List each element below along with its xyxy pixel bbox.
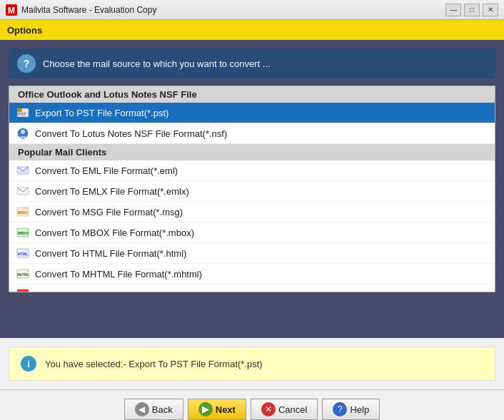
list-item[interactable]: MSG Convert To MSG File Format(*.msg) <box>9 202 495 222</box>
list-item[interactable]: Convert To Lotus Notes NSF File Format(*… <box>9 123 495 144</box>
group2-header: Popular Mail Clients <box>9 144 495 160</box>
pst-icon: PST <box>16 106 29 119</box>
close-button[interactable]: ✕ <box>483 4 498 16</box>
pdf-label: Convert To PDF File Format(*.pdf) <box>35 290 176 293</box>
cancel-label: Cancel <box>278 404 307 415</box>
selection-info-text: You have selected:- Export To PST File F… <box>45 359 263 369</box>
title-controls: — □ ✕ <box>445 4 498 16</box>
minimize-button[interactable]: — <box>445 4 461 16</box>
eml-label: Convert To EML File Format(*.eml) <box>35 165 178 176</box>
eml-icon <box>16 164 29 177</box>
list-item[interactable]: MBOX Convert To MBOX File Format(*.mbox) <box>9 222 495 243</box>
list-item[interactable]: PDF Convert To PDF File Format(*.pdf) <box>9 285 495 292</box>
pst-label: Export To PST File Format(*.pst) <box>35 108 168 118</box>
nsf-label: Convert To Lotus Notes NSF File Format(*… <box>35 128 227 139</box>
svg-text:MSG: MSG <box>18 210 28 215</box>
options-bar: Options <box>0 20 504 40</box>
help-label: Help <box>350 404 369 415</box>
main-content: ? Choose the mail source to which you wa… <box>0 40 504 338</box>
emlx-label: Convert To EMLX File Format(*.emlx) <box>35 186 189 197</box>
list-item[interactable]: Convert To EMLX File Format(*.emlx) <box>9 181 495 202</box>
mhtml-label: Convert To MHTML File Format(*.mhtml) <box>35 269 202 280</box>
window-title: Mailvita Software - Evaluation Copy <box>21 5 156 15</box>
group1-header: Office Outlook and Lotus Notes NSF File <box>9 86 495 103</box>
msg-label: Convert To MSG File Format(*.msg) <box>35 207 183 217</box>
format-list[interactable]: Office Outlook and Lotus Notes NSF File … <box>9 86 495 292</box>
bottom-bar: ◀ Back ▶ Next ✕ Cancel ? Help <box>0 389 504 420</box>
msg-icon: MSG <box>16 205 29 218</box>
title-bar: M Mailvita Software - Evaluation Copy — … <box>0 0 504 20</box>
svg-text:MBOX: MBOX <box>18 231 29 235</box>
selection-info: i You have selected:- Export To PST File… <box>9 347 495 381</box>
next-icon: ▶ <box>198 402 213 416</box>
maximize-button[interactable]: □ <box>464 4 480 16</box>
info-banner-text: Choose the mail source to which you want… <box>43 58 271 69</box>
svg-text:PST: PST <box>18 112 26 116</box>
svg-rect-17 <box>17 290 29 292</box>
mbox-label: Convert To MBOX File Format(*.mbox) <box>35 227 194 238</box>
list-item[interactable]: MHTML Convert To MHTML File Format(*.mht… <box>9 264 495 285</box>
next-label: Next <box>216 404 236 415</box>
cancel-icon: ✕ <box>261 402 276 416</box>
list-item[interactable]: Convert To EML File Format(*.eml) <box>9 160 495 181</box>
options-label: Options <box>7 25 42 36</box>
emlx-icon <box>16 185 29 198</box>
list-item[interactable]: PST Export To PST File Format(*.pst) <box>9 103 495 123</box>
help-icon: ? <box>333 402 347 416</box>
svg-text:M: M <box>8 6 15 16</box>
info-banner: ? Choose the mail source to which you wa… <box>9 48 495 78</box>
mhtml-icon: MHTML <box>16 267 29 280</box>
selection-info-icon: i <box>21 356 36 372</box>
nsf-icon <box>16 127 29 140</box>
pdf-icon: PDF <box>16 288 29 292</box>
mbox-icon: MBOX <box>16 226 29 239</box>
next-button[interactable]: ▶ Next <box>188 399 246 420</box>
app-icon: M <box>6 4 17 16</box>
svg-text:HTML: HTML <box>18 252 28 256</box>
title-bar-left: M Mailvita Software - Evaluation Copy <box>6 4 156 16</box>
back-icon: ◀ <box>135 402 149 416</box>
svg-point-6 <box>21 130 25 134</box>
help-button[interactable]: ? Help <box>322 399 380 420</box>
back-button[interactable]: ◀ Back <box>124 399 183 420</box>
list-item[interactable]: HTML Convert To HTML File Format(*.html) <box>9 243 495 264</box>
info-icon: ? <box>17 54 36 73</box>
svg-text:MHTML: MHTML <box>17 273 29 277</box>
cancel-button[interactable]: ✕ Cancel <box>251 399 318 420</box>
html-icon: HTML <box>16 247 29 260</box>
back-label: Back <box>152 404 173 415</box>
html-label: Convert To HTML File Format(*.html) <box>35 248 186 259</box>
